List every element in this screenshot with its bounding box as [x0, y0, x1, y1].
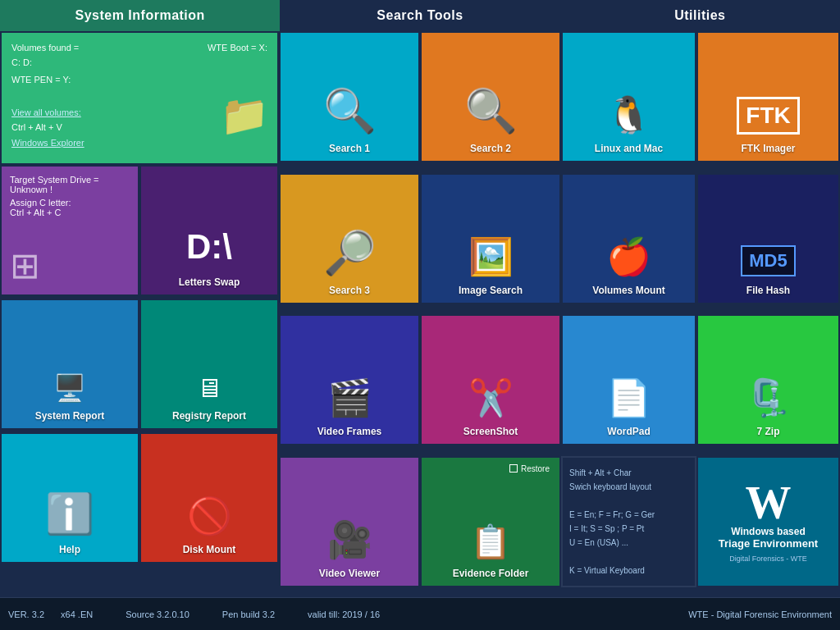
- wordpad-icon: 📄: [606, 377, 651, 419]
- tile-search1[interactable]: 🔍 Search 1: [279, 31, 420, 162]
- row1-center: 🔍 Search 1 🔍 Search 2: [279, 31, 561, 173]
- tile-video-frames[interactable]: 🎬 Video Frames: [279, 314, 420, 445]
- tile-wte[interactable]: W Windows based Triage Environment Digit…: [696, 456, 840, 587]
- tile-keyboard-info: Shift + Alt + Char Swich keyboard layout…: [561, 456, 696, 587]
- zip-icon: 🗜️: [746, 377, 791, 419]
- monitor-icon: 🖥️: [53, 372, 86, 404]
- wte-footer: Digital Forensics - WTE: [729, 555, 807, 563]
- row1-right: 🐧 Linux and Mac FTK FTK Imager: [561, 31, 840, 173]
- row3-right: 📄 WordPad 🗜️ 7 Zip: [561, 314, 840, 456]
- tile-wordpad[interactable]: 📄 WordPad: [561, 314, 696, 445]
- row4-right: Shift + Alt + Char Swich keyboard layout…: [561, 456, 840, 598]
- tile-image-search[interactable]: 🖼️ Image Search: [420, 173, 561, 304]
- tile-registry-report[interactable]: 🖥 Registry Report: [139, 299, 279, 430]
- panel-utilities: 🐧 Linux and Mac FTK FTK Imager 🍎 Volumes…: [561, 31, 840, 597]
- tile-evidence-folder[interactable]: 📋 Restore Evidence Folder: [420, 456, 561, 587]
- tile-disk-mount[interactable]: 🚫 Disk Mount: [139, 432, 279, 564]
- wte-title: Windows based: [731, 526, 806, 537]
- folder-icon: 📁: [220, 93, 269, 139]
- search3-icon: 🔎: [323, 228, 377, 278]
- tile-target-drive[interactable]: Target System Drive = Unknown ! Assign C…: [0, 165, 139, 296]
- tile-file-hash[interactable]: MD5 File Hash: [696, 173, 840, 304]
- search1-icon: 🔍: [323, 86, 377, 136]
- letters-icon: D:\: [186, 227, 232, 267]
- tile-ftk-imager[interactable]: FTK FTK Imager: [696, 31, 840, 162]
- tile-volumes-mount[interactable]: 🍎 Volumes Mount: [561, 173, 696, 304]
- videoframes-icon: 🎬: [327, 377, 372, 419]
- row4-center: 🎥 Video Viewer 📋 Restore Evidence Folder: [279, 456, 561, 598]
- md5-text: MD5: [741, 245, 795, 276]
- ftk-text: FTK: [737, 97, 799, 135]
- volumes-icon: 🍎: [606, 235, 651, 278]
- header: System Information Search Tools Utilitie…: [0, 0, 840, 31]
- wte-subtitle: Triage Environment: [719, 537, 818, 550]
- tile-sysinfo[interactable]: Volumes found = WTE Boot = X: C: D: WTE …: [0, 31, 279, 165]
- screenshot-icon: ✂️: [468, 377, 514, 419]
- tile-help[interactable]: ℹ️ Help: [0, 432, 139, 564]
- search2-icon: 🔍: [464, 86, 518, 136]
- main-grid: Volumes found = WTE Boot = X: C: D: WTE …: [0, 31, 840, 597]
- row3-center: 🎬 Video Frames ✂️ ScreenShot: [279, 314, 561, 456]
- panel-search-tools: 🔍 Search 1 🔍 Search 2 🔎 Search 3 🖼️ Imag…: [279, 31, 561, 597]
- tile-video-viewer[interactable]: 🎥 Video Viewer: [279, 456, 420, 587]
- videoviewer-icon: 🎥: [327, 518, 372, 561]
- header-search-tools: Search Tools: [280, 0, 559, 31]
- tile-search3[interactable]: 🔎 Search 3: [279, 173, 420, 304]
- evidence-icon: 📋: [470, 523, 511, 561]
- status-bar: VER. 3.2 x64 .EN Source 3.2.0.10 Pen bui…: [0, 597, 840, 630]
- row2-left: Target System Drive = Unknown ! Assign C…: [0, 165, 279, 299]
- row3-left: 🖥️ System Report 🖥 Registry Report: [0, 299, 279, 432]
- tile-system-report[interactable]: 🖥️ System Report: [0, 299, 139, 430]
- tile-screenshot[interactable]: ✂️ ScreenShot: [420, 314, 561, 445]
- tile-7zip[interactable]: 🗜️ 7 Zip: [696, 314, 840, 445]
- imagesearch-icon: 🖼️: [468, 235, 514, 278]
- panel-system-info: Volumes found = WTE Boot = X: C: D: WTE …: [0, 31, 279, 597]
- windows-icon: ⊞: [10, 244, 40, 286]
- diskmount-icon: 🚫: [187, 495, 232, 537]
- restore-area[interactable]: Restore: [509, 464, 550, 473]
- row2-center: 🔎 Search 3 🖼️ Image Search: [279, 173, 561, 315]
- row4-left: ℹ️ Help 🚫 Disk Mount: [0, 432, 279, 566]
- header-system-info: System Information: [0, 0, 280, 31]
- help-icon: ℹ️: [45, 491, 94, 537]
- tile-linux-mac[interactable]: 🐧 Linux and Mac: [561, 31, 696, 162]
- row2-right: 🍎 Volumes Mount MD5 File Hash: [561, 173, 840, 315]
- tile-search2[interactable]: 🔍 Search 2: [420, 31, 561, 162]
- tile-letters-swap[interactable]: D:\ Letters Swap: [139, 165, 279, 296]
- registry-icon: 🖥: [196, 373, 222, 404]
- linuxmac-icon: 🐧: [606, 94, 651, 136]
- wte-logo-letter: W: [746, 480, 792, 526]
- header-utilities: Utilities: [560, 0, 840, 31]
